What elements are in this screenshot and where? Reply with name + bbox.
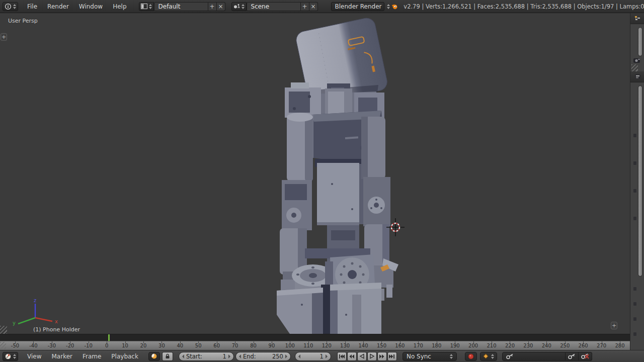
frame-end-field[interactable]: End: 250	[235, 352, 291, 361]
decrement-arrow-icon	[182, 354, 184, 358]
menu-window[interactable]: Window	[74, 3, 108, 10]
viewport-3d[interactable]: z x y User Persp (1) Phone Holder + +	[0, 13, 630, 334]
layout-browse-button[interactable]	[139, 2, 154, 11]
scene-add-button[interactable]: +	[301, 2, 309, 11]
camera-icon	[633, 57, 641, 63]
toolshelf-expand-button[interactable]: +	[1, 33, 7, 41]
properties-scrollbar[interactable]	[638, 85, 642, 277]
editor-type-button-timeline[interactable]	[3, 352, 18, 361]
corner-resize-grip[interactable]	[0, 342, 6, 350]
end-value: 250	[272, 353, 283, 360]
current-frame-marker[interactable]	[108, 334, 110, 341]
robot-legs	[277, 283, 381, 334]
record-icon	[468, 353, 474, 359]
prev-keyframe-button[interactable]	[347, 352, 357, 361]
view-mode-label: User Persp	[8, 18, 38, 24]
current-frame-value: 1	[320, 353, 324, 360]
menu-render[interactable]: Render	[42, 3, 74, 10]
menu-view[interactable]: View	[22, 353, 46, 360]
preview-range-toggle[interactable]	[148, 352, 160, 361]
scene-stats: v2.79 | Verts:1,266,521 | Faces:2,535,68…	[404, 3, 644, 10]
timeline-track[interactable]	[0, 334, 630, 341]
lock-time-toggle[interactable]	[162, 352, 173, 361]
menu-file[interactable]: File	[22, 3, 42, 10]
info-editor-icon	[5, 3, 12, 10]
sync-mode-label: No Sync	[407, 353, 431, 360]
blender-window: FileRenderWindowHelp Default + ×	[0, 0, 644, 362]
outliner-scrollbar[interactable]	[638, 27, 642, 56]
sync-mode-dropdown[interactable]: No Sync	[403, 352, 457, 361]
render-engine-dropdown[interactable]: Blender Render	[331, 2, 384, 11]
keyframe-diamond-icon	[483, 353, 489, 359]
corner-resize-grip[interactable]	[631, 64, 638, 71]
axis-z-label: z	[34, 298, 36, 303]
scene-close-button[interactable]: ×	[309, 2, 318, 11]
engine-label: Blender Render	[335, 3, 382, 10]
decrement-arrow-icon	[239, 354, 241, 358]
outliner-header-collapsed[interactable]	[630, 13, 644, 24]
outliner-icon	[634, 16, 640, 21]
frame-start-field[interactable]: Start: 1	[179, 352, 234, 361]
key-delete-icon	[581, 353, 589, 359]
insert-keyframe-button[interactable]	[566, 352, 579, 361]
end-label: End:	[243, 353, 256, 360]
lock-icon	[165, 353, 170, 359]
timeline-ruler[interactable]: -50-40-30-20-100102030405060708090100110…	[0, 341, 630, 350]
timeline-expand-button[interactable]: +	[611, 322, 617, 329]
layout-close-button[interactable]: ×	[217, 2, 225, 11]
cursor-3d	[386, 218, 405, 236]
right-collapsed-editors	[630, 13, 644, 350]
chevron-updown-icon	[491, 354, 494, 359]
axis-x-label: x	[55, 319, 58, 324]
properties-icon	[634, 74, 641, 79]
jump-to-start-button[interactable]	[337, 352, 347, 361]
play-reverse-button[interactable]	[357, 352, 367, 361]
decrement-arrow-icon	[298, 354, 300, 358]
start-label: Start:	[186, 353, 202, 360]
screen-layout-icon	[141, 4, 147, 9]
layout-add-button[interactable]: +	[208, 2, 217, 11]
robot-model[interactable]	[0, 13, 630, 334]
axis-y-label: y	[13, 320, 16, 326]
blender-logo-icon	[391, 3, 398, 11]
editor-type-button-info[interactable]	[3, 2, 18, 11]
menu-playback[interactable]: Playback	[106, 353, 143, 360]
increment-arrow-icon	[326, 354, 328, 358]
current-frame-field[interactable]: 1	[295, 352, 331, 361]
playback-controls	[337, 352, 397, 361]
active-keying-set-field[interactable]	[502, 352, 566, 361]
delete-keyframe-button[interactable]	[579, 352, 592, 361]
keyframe-type-dropdown[interactable]	[480, 352, 497, 361]
scene-icon	[233, 4, 240, 9]
layout-name-field[interactable]: Default	[154, 2, 208, 11]
menu-frame[interactable]: Frame	[77, 353, 106, 360]
top-menubar: FileRenderWindowHelp	[22, 3, 132, 10]
chevron-updown-icon	[242, 4, 245, 9]
keying-set-group	[502, 352, 592, 361]
increment-arrow-icon	[285, 354, 287, 358]
auto-keyframe-toggle[interactable]	[465, 352, 477, 361]
menu-marker[interactable]: Marker	[46, 353, 77, 360]
timeline-header: ViewMarkerFramePlayback Start: 1 End: 25…	[0, 350, 644, 362]
active-object-label: (1) Phone Holder	[33, 326, 80, 333]
chevron-updown-icon	[149, 4, 152, 9]
next-keyframe-button[interactable]	[377, 352, 387, 361]
layout-selector: Default + ×	[139, 2, 225, 11]
chevron-updown-icon	[387, 4, 390, 9]
menu-help[interactable]: Help	[108, 3, 131, 10]
scene-name-field[interactable]: Scene	[247, 2, 301, 11]
chevron-updown-icon	[13, 4, 16, 9]
jump-to-end-button[interactable]	[387, 352, 397, 361]
play-button[interactable]	[367, 352, 377, 361]
info-header: FileRenderWindowHelp Default + ×	[0, 0, 644, 13]
scene-browse-button[interactable]	[231, 2, 247, 11]
chevron-updown-icon	[13, 354, 16, 359]
increment-arrow-icon	[228, 354, 230, 358]
key-icon	[506, 353, 514, 359]
chevron-updown-icon	[450, 354, 453, 359]
corner-resize-grip[interactable]	[0, 326, 7, 334]
properties-header-collapsed[interactable]	[630, 71, 644, 82]
key-icon	[568, 353, 576, 359]
timeline-menubar: ViewMarkerFramePlayback	[22, 353, 143, 360]
timeline-clock-icon	[5, 353, 12, 360]
